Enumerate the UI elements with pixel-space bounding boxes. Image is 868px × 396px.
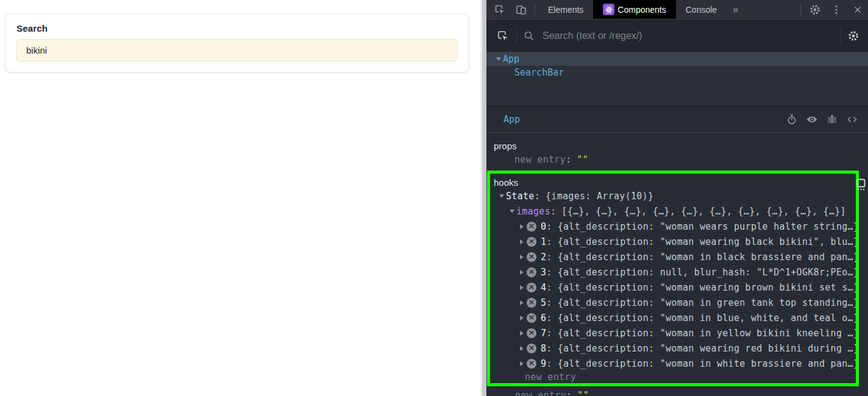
- tabbar-divider: [535, 4, 535, 15]
- device-toolbar-icon[interactable]: [510, 0, 532, 19]
- log-bug-icon[interactable]: [826, 113, 838, 126]
- collapse-caret-icon[interactable]: [494, 57, 503, 61]
- hook-state-row[interactable]: State {images: Array(10)}: [490, 188, 856, 203]
- components-search-input[interactable]: [541, 30, 833, 42]
- remove-entry-icon[interactable]: [527, 252, 536, 262]
- remove-entry-icon[interactable]: [527, 298, 536, 308]
- remove-entry-icon[interactable]: [527, 359, 536, 369]
- component-tree: App SearchBar: [486, 52, 868, 106]
- close-devtools-icon[interactable]: [847, 0, 868, 19]
- expand-caret-icon[interactable]: [517, 300, 526, 305]
- kebab-menu-icon[interactable]: [825, 0, 847, 19]
- tab-elements[interactable]: Elements: [538, 0, 593, 19]
- tab-components[interactable]: Components: [593, 0, 675, 19]
- overflow-inspect-icon[interactable]: [856, 178, 867, 194]
- state-new-entry-row[interactable]: new entry:"": [487, 387, 859, 396]
- settings-gear-icon[interactable]: [804, 0, 825, 19]
- expand-caret-icon[interactable]: [517, 346, 526, 351]
- browser-page: Search: [0, 0, 480, 396]
- array-item-row[interactable]: 4 {alt_description: "woman wearing brown…: [490, 280, 856, 295]
- array-item-row[interactable]: 3 {alt_description: null, blur_hash: "L*…: [490, 264, 856, 280]
- search-card: Search: [5, 13, 469, 72]
- devtools-panel: Elements Components Console »: [486, 0, 868, 396]
- array-item-row[interactable]: 0 {alt_description: "woman wears purple …: [490, 219, 856, 234]
- tree-item-app[interactable]: App: [486, 52, 868, 66]
- page-search-input[interactable]: [16, 39, 458, 62]
- hook-images-row[interactable]: images [{…}, {…}, {…}, {…}, {…}, {…}, {……: [490, 203, 856, 219]
- remove-entry-icon[interactable]: [527, 267, 536, 277]
- expand-caret-icon[interactable]: [517, 285, 526, 290]
- selected-component-title: App: [503, 114, 520, 125]
- components-search-row: [486, 19, 868, 52]
- expand-caret-icon[interactable]: [517, 361, 526, 366]
- suspense-stopwatch-icon[interactable]: [786, 113, 798, 126]
- search-divider: [840, 28, 841, 44]
- remove-entry-icon[interactable]: [527, 222, 536, 232]
- react-devtools-icon: [603, 4, 614, 15]
- expand-caret-icon[interactable]: [517, 270, 526, 275]
- components-settings-icon[interactable]: [847, 30, 859, 42]
- inspector-header: App: [486, 107, 868, 133]
- array-new-entry-row[interactable]: new entry: [490, 371, 856, 383]
- more-tabs-chevron[interactable]: »: [727, 0, 744, 19]
- collapse-caret-icon[interactable]: [497, 194, 506, 198]
- array-item-row[interactable]: 1 {alt_description: "woman wearing black…: [490, 234, 856, 249]
- remove-entry-icon[interactable]: [527, 344, 536, 353]
- array-item-row[interactable]: 5 {alt_description: "woman in green tank…: [490, 295, 856, 310]
- search-label: Search: [16, 23, 458, 34]
- view-source-code-icon[interactable]: [846, 113, 858, 126]
- search-divider: [516, 28, 517, 44]
- inspect-element-icon[interactable]: [489, 0, 510, 19]
- hooks-section-highlighted: hooks State {images: Array(10)} images […: [487, 171, 859, 386]
- remove-entry-icon[interactable]: [527, 283, 536, 292]
- array-item-row[interactable]: 2 {alt_description: "woman in black bras…: [490, 249, 856, 264]
- array-item-row[interactable]: 6 {alt_description: "woman in blue, whit…: [490, 310, 856, 325]
- array-item-row[interactable]: 9 {alt_description: "woman in white bras…: [490, 356, 856, 371]
- tabbar-divider: [800, 4, 801, 15]
- tree-item-searchbar[interactable]: SearchBar: [486, 66, 868, 79]
- expand-caret-icon[interactable]: [517, 331, 526, 336]
- expand-caret-icon[interactable]: [517, 255, 526, 260]
- remove-entry-icon[interactable]: [527, 328, 536, 338]
- select-component-icon[interactable]: [496, 29, 510, 43]
- hooks-label-row: hooks: [490, 176, 856, 188]
- array-item-row[interactable]: 8 {alt_description: "woman wearing red b…: [490, 341, 856, 356]
- props-label: props: [494, 141, 517, 151]
- tab-console[interactable]: Console: [676, 0, 727, 19]
- props-new-entry-row[interactable]: new entry:"": [494, 152, 868, 167]
- remove-entry-icon[interactable]: [527, 237, 536, 247]
- collapse-caret-icon[interactable]: [507, 210, 516, 213]
- expand-caret-icon[interactable]: [517, 224, 526, 229]
- expand-caret-icon[interactable]: [517, 316, 526, 320]
- hooks-label: hooks: [494, 177, 518, 188]
- props-section: props new entry:"": [486, 133, 868, 167]
- inspect-dom-eye-icon[interactable]: [806, 113, 818, 126]
- page-scrollbar[interactable]: [480, 0, 486, 396]
- search-icon: [524, 30, 535, 41]
- devtools-tabbar: Elements Components Console »: [486, 0, 868, 19]
- array-item-row[interactable]: 7 {alt_description: "woman in yellow bik…: [490, 325, 856, 341]
- expand-caret-icon[interactable]: [517, 239, 526, 244]
- remove-entry-icon[interactable]: [527, 313, 536, 323]
